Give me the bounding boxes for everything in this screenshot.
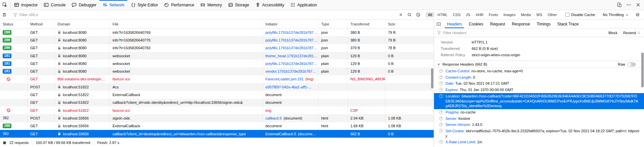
column-header-status[interactable]: Status <box>0 20 28 28</box>
type-filter-other[interactable]: Other <box>545 12 559 17</box>
devtools-tab-accessibility[interactable]: Accessibility <box>252 0 287 10</box>
initiator-link[interactable]: polyfills.1791b137de281b787… <box>265 46 317 50</box>
column-header-method[interactable]: Method <box>28 20 55 28</box>
column-header-transferred[interactable]: Transferred <box>348 20 385 28</box>
devtools-tab-debugger[interactable]: Debugger <box>69 0 99 10</box>
header-help-icon[interactable]: ? <box>439 140 443 144</box>
devtools-tab-network[interactable]: Network <box>99 0 127 10</box>
header-help-icon[interactable]: ? <box>439 94 443 98</box>
initiator-link[interactable]: e957f897-042e-4ba1-aff1-… <box>265 85 312 89</box>
throttling-dropdown[interactable]: No Throttling <box>600 13 632 17</box>
initiator-link[interactable]: ExternalCallback:5 <box>265 132 296 136</box>
devtools-tab-inspector[interactable]: Inspector <box>11 0 41 10</box>
table-row[interactable]: GET8bit-solutions-dev.onelogin.…favicon.… <box>0 75 434 83</box>
column-header-initiator[interactable]: Initiator <box>263 20 318 28</box>
type-filter-fonts[interactable]: Fonts <box>486 12 501 17</box>
response-header-row[interactable]: ?Location: bitwarden://sso-callback?code… <box>434 93 644 109</box>
initiator-link[interactable]: callback:5 <box>265 116 282 120</box>
resend-button[interactable]: Resend <box>623 31 641 35</box>
type-filter-html[interactable]: HTML <box>435 12 450 17</box>
details-tab-cookies[interactable]: Cookies <box>465 20 486 28</box>
response-header-row[interactable]: ?Server-Version: 1.43.0 <box>434 122 644 128</box>
initiator-link[interactable]: theme_head.1791b137de281… <box>265 54 317 58</box>
devtools-tab-storage[interactable]: Storage <box>225 0 252 10</box>
filter-urls-input[interactable] <box>19 13 396 17</box>
pause-log-button[interactable] <box>396 10 405 19</box>
type-filter-css[interactable]: CSS <box>450 12 463 17</box>
block-url-button[interactable]: Block <box>608 31 617 35</box>
response-header-row[interactable]: ?Expires: Thu, 01 Jan 1970 00:00:00 GMT <box>434 87 644 93</box>
header-help-icon[interactable]: ? <box>439 110 443 114</box>
response-header-row[interactable]: ?Pragma: no-cache <box>434 109 644 116</box>
devtools-tab-application[interactable]: Application <box>287 0 320 10</box>
details-tab-stack-trace[interactable]: Stack Trace <box>554 20 582 28</box>
devtools-tab-style-editor[interactable]: {}Style Editor <box>127 0 161 10</box>
table-row[interactable]: GETlocalhost:51822favicon.icoimgCSP <box>0 106 434 114</box>
table-row[interactable]: 101GETlocalhost:8080websockettheme_head.… <box>0 52 434 60</box>
table-row[interactable]: 101GETlocalhost:8080websocketvendor.1791… <box>0 67 434 75</box>
header-text: Cache-Control: no-store, no-cache, max-a… <box>445 69 523 74</box>
response-header-row[interactable]: ?Server: Kestrel <box>434 116 644 122</box>
details-tab-timings[interactable]: Timings <box>533 20 554 28</box>
table-row[interactable]: 200GETlocalhost:8080info?t=1635826640783… <box>0 44 434 52</box>
details-tab-request[interactable]: Request <box>487 20 509 28</box>
header-help-icon[interactable]: ? <box>439 81 443 85</box>
clear-requests-button[interactable] <box>0 10 9 19</box>
table-row[interactable]: 200GETlocalhost:33656ExternalCallbackdoc… <box>0 122 434 130</box>
details-tab-headers[interactable]: Headers <box>443 20 465 28</box>
split-pane-toggle-button[interactable] <box>434 20 443 28</box>
response-headers-section-header[interactable]: ▼ Response Headers (662 B) Raw <box>434 61 644 68</box>
table-scrollbar[interactable] <box>431 68 433 88</box>
initiator-link[interactable]: FaviconLoader.jsm:191 <box>265 77 304 81</box>
type-filter-ws[interactable]: WS <box>534 12 545 17</box>
response-header-row[interactable]: ?Cache-Control: no-store, no-cache, max-… <box>434 68 644 74</box>
disable-cache-checkbox[interactable] <box>565 13 569 17</box>
initiator-link[interactable]: polyfills.1791b137de281b787… <box>265 30 317 34</box>
search-button[interactable] <box>405 10 414 19</box>
header-help-icon[interactable]: ? <box>439 117 443 121</box>
details-scrollbar[interactable] <box>641 53 644 87</box>
pick-element-button[interactable] <box>0 0 9 10</box>
column-header-domain[interactable]: Domain <box>55 20 110 28</box>
table-row[interactable]: GETlocalhost:51822ExternalCallbackdocume… <box>0 91 434 98</box>
response-header-row[interactable]: ?Set-Cookie: idsrv=adf6cba1-7075-402b-9e… <box>434 128 644 139</box>
initiator-link[interactable]: polyfills.1791b137de281b787… <box>265 62 317 66</box>
filter-headers-input[interactable] <box>443 31 606 35</box>
devtools-tab-console[interactable]: Console <box>41 0 69 10</box>
table-row[interactable]: GETlocalhost:51822callback?client_id=oid… <box>0 99 434 106</box>
table-row[interactable]: 101GETlocalhost:8080websocketpolyfills.1… <box>0 60 434 67</box>
table-row[interactable]: 302POSTlocalhost:33656signin-oidccallbac… <box>0 114 434 122</box>
column-header-type[interactable]: Type <box>318 20 348 28</box>
responsive-design-button[interactable] <box>614 2 624 7</box>
disable-cache-control[interactable]: Disable Cache <box>562 13 598 17</box>
header-help-icon[interactable]: ? <box>439 69 443 73</box>
header-help-icon[interactable]: ? <box>439 129 443 133</box>
type-filter-all[interactable]: All <box>426 12 434 17</box>
column-header-file[interactable]: File <box>110 20 263 28</box>
type-filter-media[interactable]: Media <box>518 12 533 17</box>
response-header-row[interactable]: ?Content-Length: 0 <box>434 74 644 81</box>
raw-toggle-switch[interactable] <box>627 62 636 67</box>
table-row[interactable]: 200GETlocalhost:8080info?t=1635826640769… <box>0 28 434 36</box>
close-devtools-button[interactable] <box>633 2 643 7</box>
response-header-row[interactable]: ?Date: Tue, 02 Nov 2021 04:17:21 GMT <box>434 80 644 87</box>
initiator-link[interactable]: vendor.1791b137de281b787… <box>265 69 316 73</box>
network-settings-button[interactable] <box>633 10 642 19</box>
table-row[interactable]: 200GETlocalhost:8080info?t=1635826640770… <box>0 36 434 44</box>
details-tab-response[interactable]: Response <box>508 20 533 28</box>
header-help-icon[interactable]: ? <box>439 123 443 127</box>
type-filter-js[interactable]: JS <box>464 12 473 17</box>
block-requests-button[interactable] <box>414 10 423 19</box>
devtools-tab-performance[interactable]: Performance <box>161 0 197 10</box>
header-help-icon[interactable]: ? <box>439 88 443 92</box>
meatball-menu-button[interactable] <box>624 2 633 7</box>
type-filter-images[interactable]: Images <box>501 12 518 17</box>
table-row[interactable]: POSTlocalhost:51822Acse957f897-042e-4ba1… <box>0 83 434 91</box>
initiator-link[interactable]: polyfills.1791b137de281b787… <box>265 38 317 42</box>
devtools-tab-memory[interactable]: Memory <box>197 0 225 10</box>
type-filter-xhr[interactable]: XHR <box>473 12 486 17</box>
response-header-row[interactable]: ?X-Rate-Limit-Limit: 1m <box>434 139 644 145</box>
table-row[interactable]: 302GETlocalhost:33656callback?client_id=… <box>0 130 434 138</box>
column-header-size[interactable]: Size <box>385 20 434 28</box>
header-help-icon[interactable]: ? <box>439 75 443 79</box>
